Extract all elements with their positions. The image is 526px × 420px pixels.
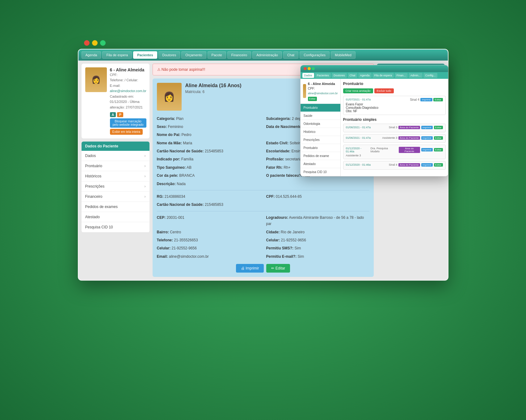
ps-btn-edit-1[interactable]: Editar [434,126,443,129]
overlay-nav-fila[interactable]: Fila de espera [372,73,394,78]
ps-date-1: 01/06/2021 - 01:47a [346,126,371,129]
sidebar-menu: Dados do Paciente Dados › Prontuário › H… [82,142,149,232]
patient-name: 6 - Aline Almeida [110,67,146,72]
field-tipo-sangue: Tipo Sanguíneo: AB [157,164,260,171]
ps-btn-edit-3[interactable]: Editar [434,148,443,151]
overlay-sidebar-prontuario[interactable]: Prontuário [301,104,340,112]
divider1 [157,190,369,190]
ps-btn-area-1[interactable]: Área do Paciente [398,126,420,129]
overlay-nav-agenda[interactable]: Agenda [358,73,372,78]
ps-entry-header-2: 01/06/2021 - 01:47a Assistente 3 Área do… [346,136,443,140]
nav-orcamento[interactable]: Orçamento [181,51,206,59]
sidebar-item-prescricoes[interactable]: Prescrições › [82,181,149,192]
btn-criar-anotacao[interactable]: Criar nova anotação [343,88,373,93]
entry-edit-btn[interactable]: Editar [433,98,443,101]
prontuario-entry: 01/07/2021 - 01:47a Sinal 4 Imprimir Edi… [343,96,446,115]
sidebar-item-atestado[interactable]: Atestado [82,212,149,222]
ps-signal-4: Sinal 4 [389,163,398,166]
overlay-nav-dados[interactable]: Dados [302,73,314,78]
nav-fila[interactable]: Fila de espera [102,51,132,59]
patient-data-grid3: CEP: 20031-001 Logradouro: Avenida Almir… [157,214,369,260]
entry-print-btn[interactable]: Imprimir [420,98,432,101]
ps-entry-header-4: 01/12/2020 - 01:46a Sinal 4 Área do Paci… [346,163,443,167]
overlay-maximize-dot[interactable] [312,67,315,70]
ps-btn-print-4[interactable]: Imprimir [421,163,433,167]
sidebar-item-prontuario[interactable]: Prontuário › [82,161,149,171]
nav-administracao[interactable]: Administração [252,51,282,59]
minimize-dot[interactable] [92,40,98,46]
overlay-sidebar-atestado[interactable]: Atestado [301,160,340,168]
btn-block-website[interactable]: Bloquear marcação pelo website integrado [110,118,146,128]
field-email: Email: aline@simdoctor.com.br [157,253,260,260]
field-indicado: Indicado por: Família [157,156,260,162]
cpf-label: CPF: [110,73,118,77]
nav-pacote[interactable]: Pacote [208,51,226,59]
sidebar-item-pedidos[interactable]: Pedidos de exames [82,202,149,212]
sidebar-item-financeiro[interactable]: Financeiro › [82,192,149,202]
ps-btn-print-2[interactable]: Imprimir [421,136,433,140]
overlay-nav-pacientes[interactable]: Pacientes [315,73,331,78]
btn-excluir-tudo[interactable]: Excluir tudo [374,88,394,93]
patient-cadastrado: Cadastrado em: 01/12/2020 - Última alter… [110,94,146,110]
maximize-dot[interactable] [100,40,106,46]
patient-avatar-image: 👩 [85,67,107,92]
prontuario-actions: Criar nova anotação Excluir tudo [343,88,446,93]
overlay-nav-admin[interactable]: Admin... [409,73,423,78]
overlay-window: Dados Pacientes Doutores Chat Agenda Fil… [300,65,448,176]
overlay-left-sidebar: 6 - Aline Almeida CPF: aline@simdoctor.c… [301,79,341,176]
overlay-body: 6 - Aline Almeida CPF: aline@simdoctor.c… [301,79,448,176]
overlay-sidebar-prescricoes[interactable]: Prescrições [301,136,340,144]
ps-btn-edit-4[interactable]: Editar [434,163,443,167]
sidebar-item-historicos[interactable]: Históricos › [82,171,149,181]
email-link[interactable]: aline@simdoctor.com.br [110,89,146,93]
patient-photo: 👩 [157,83,182,111]
ps-btn-area-2[interactable]: Área do Paciente [398,136,420,140]
ps-signal-2: Assistente 3 [382,136,397,139]
sidebar-item-cid10[interactable]: Pesquisa CID 10 [82,222,149,232]
overlay-patient-email[interactable]: aline@simdoctor.com.br [308,92,338,95]
overlay-minimize-dot[interactable] [308,67,311,70]
ps-btn-print-3[interactable]: Imprimir [421,148,433,151]
nav-financeiro[interactable]: Financeiro [227,51,251,59]
btn-print[interactable]: 🖨 Imprimir [236,264,264,273]
field-cep: CEP: 20031-001 [157,214,260,227]
overlay-nav-financeiro[interactable]: Finan... [395,73,408,78]
close-dot[interactable] [84,40,90,46]
overlay-sidebar-saude[interactable]: Saúde [301,112,340,120]
overlay-close-dot[interactable] [304,67,307,70]
field-sexo: Sexo: Feminino [157,124,260,130]
overlay-sidebar-cid10[interactable]: Pesquisa CID 10 [301,168,340,176]
telefone-label: Telefone: / Celular: [110,78,138,82]
sidebar-item-dados[interactable]: Dados › [82,151,149,161]
ps-entry-4: 01/12/2020 - 01:46a Sinal 4 Área do Paci… [343,161,446,170]
entry-header: 01/07/2021 - 01:47a Sinal 4 Imprimir Edi… [346,98,443,101]
overlay-sidebar-pedidos[interactable]: Pedidos de exame [301,152,340,160]
overlay-patient-cpf: CPF: [308,86,338,91]
nav-doutores[interactable]: Doutores [158,51,180,59]
overlay-nav-doutores[interactable]: Doutores [332,73,347,78]
overlay-nav: Dados Pacientes Doutores Chat Agenda Fil… [301,72,448,79]
ps-btn-area-3[interactable]: Área do Paciente [399,147,420,153]
nav-chat[interactable]: Chat [283,51,298,59]
field-sms: Permitiu SMS?: Sim [266,245,369,251]
field-celular: Celular: 21-92552-9656 [266,237,369,243]
overlay-sidebar-prontuario2[interactable]: Prontuário [301,144,340,152]
overlay-patient-info: 6 - Aline Almeida CPF: aline@simdoctor.c… [308,81,338,101]
ps-entry-3: 01/12/2020 - 01:46a Dra. Pesquisa Modelo… [343,145,446,159]
ps-btn-print-1[interactable]: Imprimir [421,126,433,129]
btn-fullscreen[interactable]: Exibir em tela inteira [110,129,143,135]
overlay-nav-config[interactable]: Config... [423,73,438,78]
ps-btn-edit-2[interactable]: Editar [434,136,443,140]
overlay-sidebar-historico[interactable]: Histórico [301,128,340,136]
nav-mobilemed[interactable]: MobileMed [331,51,356,59]
overlay-nav-chat[interactable]: Chat [348,73,357,78]
ps-btn-area-4[interactable]: Área do Paciente [398,163,420,167]
overlay-right-content: Prontuário Criar nova anotação Excluir t… [341,79,448,176]
btn-edit[interactable]: ✏ Editar [266,264,290,273]
arrow-icon: › [145,184,146,189]
overlay-sidebar-odontologia[interactable]: Odontologia [301,120,340,128]
nav-configuracoes[interactable]: Configurações [300,51,330,59]
nav-pacientes[interactable]: Pacientes [133,51,157,59]
nav-agenda[interactable]: Agenda [82,51,101,59]
arrow-icon: › [145,154,146,158]
